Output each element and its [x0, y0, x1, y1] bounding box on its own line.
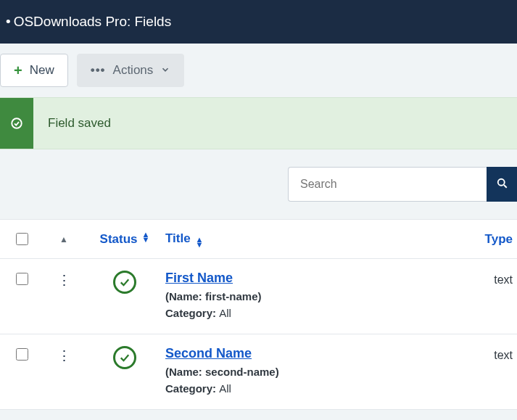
page-header: • OSDownloads Pro: Fields — [0, 0, 517, 44]
select-all-checkbox[interactable] — [16, 233, 28, 245]
chevron-down-icon — [160, 65, 170, 77]
search-button[interactable] — [487, 167, 517, 202]
status-published-icon[interactable] — [113, 346, 136, 369]
table-header: ▲ Status ▲▼ Title ▲▼ Type — [0, 220, 517, 259]
alert-message: Field saved — [33, 98, 111, 149]
field-title-link[interactable]: Second Name — [165, 346, 252, 361]
sort-icon: ▲▼ — [195, 237, 203, 247]
ordering-column[interactable]: ▲ — [59, 234, 68, 244]
svg-point-1 — [498, 179, 505, 186]
search-input[interactable] — [288, 167, 487, 202]
field-type: text — [475, 346, 517, 362]
status-column-header[interactable]: Status ▲▼ — [84, 232, 165, 247]
svg-line-2 — [504, 185, 507, 188]
svg-point-0 — [12, 118, 22, 128]
table-row: ⋮ Second Name (Name: second-name) Catego… — [0, 334, 517, 410]
new-button-label: New — [30, 63, 54, 78]
page-title: OSDownloads Pro: Fields — [14, 14, 172, 30]
table-row: ⋮ First Name (Name: first-name) Category… — [0, 259, 517, 334]
row-actions-menu[interactable]: ⋮ — [57, 349, 71, 363]
plus-icon: + — [14, 63, 22, 78]
success-alert: Field saved — [0, 97, 517, 149]
field-category: Category: All — [165, 382, 469, 395]
row-checkbox[interactable] — [16, 348, 28, 361]
field-title-link[interactable]: First Name — [165, 271, 233, 285]
search-row — [0, 149, 517, 219]
field-meta: (Name: first-name) — [165, 290, 469, 302]
new-button[interactable]: + New — [0, 54, 68, 87]
title-column-header[interactable]: Title ▲▼ — [165, 231, 475, 247]
success-icon — [0, 98, 33, 149]
field-category: Category: All — [165, 307, 469, 319]
field-meta: (Name: second-name) — [165, 366, 469, 378]
status-published-icon[interactable] — [113, 271, 136, 294]
fields-table: ▲ Status ▲▼ Title ▲▼ Type ⋮ — [0, 219, 517, 410]
sort-icon: ▲▼ — [142, 232, 150, 247]
search-icon — [495, 176, 508, 192]
field-type: text — [475, 271, 517, 287]
toolbar: + New ••• Actions — [0, 44, 517, 97]
actions-button[interactable]: ••• Actions — [77, 54, 185, 87]
type-column-header[interactable]: Type — [475, 232, 517, 247]
actions-button-label: Actions — [113, 63, 154, 78]
row-actions-menu[interactable]: ⋮ — [57, 273, 71, 287]
ellipsis-icon: ••• — [91, 63, 106, 78]
row-checkbox[interactable] — [16, 273, 28, 285]
